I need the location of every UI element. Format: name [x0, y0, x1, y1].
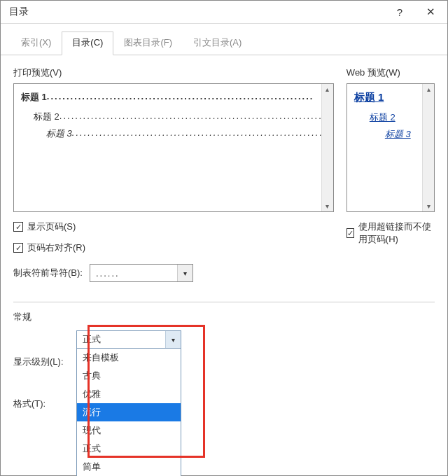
format-option[interactable]: 来自模板 — [77, 349, 181, 367]
print-preview-scrollbar[interactable]: ▴▾ — [321, 84, 333, 211]
tab-figures[interactable]: 图表目录(F) — [113, 31, 183, 55]
checkbox-icon: ✓ — [346, 228, 354, 238]
format-area: 格式(T): 正式 ▾ 来自模板 古典 优雅 流行 现代 正式 简单 — [13, 330, 435, 476]
print-preview-label: 打印预览(V) — [13, 66, 334, 79]
tab-index[interactable]: 索引(X) — [10, 31, 62, 55]
content-area: 打印预览(V) 标题 1............................… — [1, 55, 447, 476]
format-option[interactable]: 正式 — [77, 440, 181, 458]
print-preview-col: 打印预览(V) 标题 1............................… — [13, 66, 334, 282]
tab-leader-row: 制表符前导符(B): ...... ▾ — [13, 264, 334, 282]
format-dropdown-list: 来自模板 古典 优雅 流行 现代 正式 简单 — [76, 348, 181, 476]
show-page-numbers-checkbox[interactable]: ✓ 显示页码(S) — [13, 220, 334, 233]
hyperlinks-label: 使用超链接而不使用页码(H) — [358, 220, 435, 246]
right-align-label: 页码右对齐(R) — [27, 241, 85, 254]
tab-leader-label: 制表符前导符(B): — [13, 267, 83, 279]
dialog-title: 目录 — [9, 6, 384, 18]
format-option[interactable]: 古典 — [77, 367, 181, 385]
show-page-label: 显示页码(S) — [27, 220, 76, 233]
checkbox-icon: ✓ — [13, 243, 23, 253]
titlebar: 目录 ? ✕ — [1, 1, 447, 24]
preview-row: 打印预览(V) 标题 1............................… — [13, 66, 435, 282]
chevron-down-icon: ▾ — [177, 265, 192, 281]
scroll-down-icon[interactable]: ▾ — [326, 202, 329, 210]
tab-strip: 索引(X) 目录(C) 图表目录(F) 引文目录(A) — [1, 24, 447, 55]
format-value: 正式 — [77, 333, 165, 346]
web-preview-box: 标题 1 标题 2 标题 3 ▴▾ — [346, 83, 435, 212]
web-preview-col: Web 预览(W) 标题 1 标题 2 标题 3 ▴▾ ✓ 使用超链接而不使用页… — [346, 66, 435, 282]
tab-citations[interactable]: 引文目录(A) — [183, 31, 252, 55]
toc-heading-2: 标题 2....................................… — [34, 111, 328, 123]
scroll-up-icon[interactable]: ▴ — [427, 85, 430, 93]
scroll-up-icon[interactable]: ▴ — [326, 85, 329, 93]
tab-leader-value: ...... — [90, 268, 177, 279]
web-preview-scrollbar[interactable]: ▴▾ — [422, 84, 434, 211]
format-option-selected[interactable]: 流行 — [77, 403, 181, 421]
scroll-down-icon[interactable]: ▾ — [427, 202, 430, 210]
format-option[interactable]: 现代 — [77, 421, 181, 440]
right-align-checkbox[interactable]: ✓ 页码右对齐(R) — [13, 241, 334, 254]
help-button[interactable]: ? — [384, 1, 415, 23]
toc-heading-3: 标题 3....................................… — [46, 127, 328, 140]
format-option[interactable]: 优雅 — [77, 385, 181, 403]
web-preview-label: Web 预览(W) — [346, 66, 435, 79]
levels-label: 显示级别(L): — [13, 356, 66, 368]
chevron-down-icon: ▾ — [165, 331, 181, 348]
close-button[interactable]: ✕ — [415, 1, 446, 23]
toc-dialog: 目录 ? ✕ 索引(X) 目录(C) 图表目录(F) 引文目录(A) 打印预览(… — [0, 0, 448, 476]
use-hyperlinks-checkbox[interactable]: ✓ 使用超链接而不使用页码(H) — [346, 220, 435, 246]
tab-leader-combo[interactable]: ...... ▾ — [90, 264, 193, 282]
format-option[interactable]: 简单 — [77, 458, 181, 476]
toc-heading-1: 标题 1....................................… — [21, 91, 328, 104]
format-label: 格式(T): — [13, 398, 66, 410]
tab-toc[interactable]: 目录(C) — [62, 31, 113, 55]
web-heading-1[interactable]: 标题 1 — [354, 91, 384, 103]
general-section-label: 常规 — [13, 311, 435, 323]
format-combo[interactable]: 正式 ▾ — [76, 330, 181, 349]
web-heading-2[interactable]: 标题 2 — [370, 111, 428, 124]
checkbox-icon: ✓ — [13, 222, 23, 232]
divider — [13, 302, 435, 302]
print-preview-box: 标题 1....................................… — [13, 83, 334, 212]
